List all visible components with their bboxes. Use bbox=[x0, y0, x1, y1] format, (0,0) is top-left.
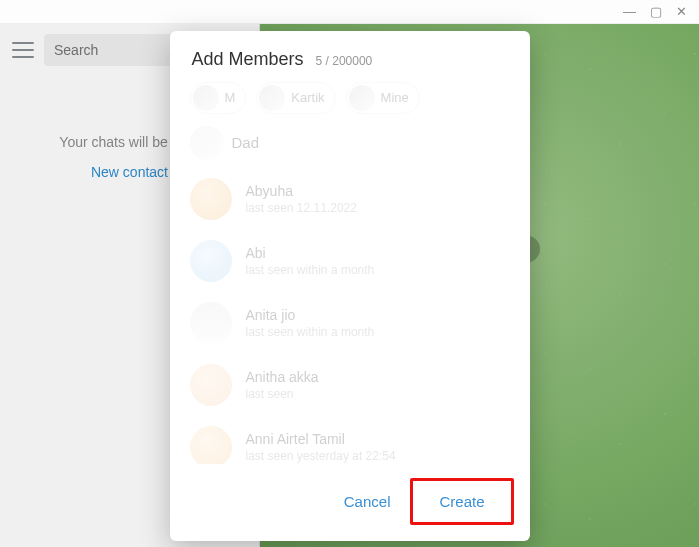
titlebar: — ▢ ✕ bbox=[0, 0, 699, 24]
avatar bbox=[190, 240, 232, 282]
list-item[interactable]: Anitha akkalast seen bbox=[170, 354, 524, 416]
member-filter-row bbox=[170, 122, 530, 166]
list-item[interactable]: Abilast seen within a month bbox=[170, 230, 524, 292]
contact-name: Abyuha bbox=[246, 183, 357, 199]
avatar bbox=[190, 426, 232, 464]
avatar bbox=[190, 364, 232, 406]
avatar bbox=[190, 178, 232, 220]
avatar bbox=[190, 126, 224, 160]
avatar bbox=[190, 302, 232, 344]
create-button[interactable]: Create bbox=[423, 485, 500, 518]
chip-label: M bbox=[225, 90, 236, 105]
contact-status: last seen 12.11.2022 bbox=[246, 201, 357, 215]
modal-title: Add Members bbox=[192, 49, 304, 70]
chip-label: Mine bbox=[381, 90, 409, 105]
member-counter: 5 / 200000 bbox=[316, 54, 373, 68]
contact-name: Abi bbox=[246, 245, 375, 261]
contact-status: last seen within a month bbox=[246, 325, 375, 339]
member-chip[interactable]: Kartik bbox=[256, 82, 335, 114]
member-filter-input[interactable] bbox=[232, 134, 352, 151]
avatar bbox=[259, 85, 285, 111]
chip-label: Kartik bbox=[291, 90, 324, 105]
contact-name: Anni Airtel Tamil bbox=[246, 431, 396, 447]
add-members-modal: Add Members 5 / 200000 M Kartik Mine Aby… bbox=[170, 31, 530, 541]
close-button[interactable]: ✕ bbox=[676, 5, 687, 18]
selected-members: M Kartik Mine bbox=[170, 78, 530, 122]
list-item[interactable]: Anni Airtel Tamillast seen yesterday at … bbox=[170, 416, 524, 464]
minimize-button[interactable]: — bbox=[623, 5, 636, 18]
list-item[interactable]: Anita jiolast seen within a month bbox=[170, 292, 524, 354]
member-chip[interactable]: M bbox=[190, 82, 247, 114]
list-item[interactable]: Abyuhalast seen 12.11.2022 bbox=[170, 168, 524, 230]
avatar bbox=[193, 85, 219, 111]
avatar bbox=[349, 85, 375, 111]
instructional-highlight: Create bbox=[410, 478, 513, 525]
modal-footer: Cancel Create bbox=[170, 464, 530, 541]
cancel-button[interactable]: Cancel bbox=[328, 478, 407, 525]
contact-status: last seen bbox=[246, 387, 319, 401]
contact-status: last seen yesterday at 22:54 bbox=[246, 449, 396, 463]
maximize-button[interactable]: ▢ bbox=[650, 5, 662, 18]
contact-status: last seen within a month bbox=[246, 263, 375, 277]
contact-name: Anita jio bbox=[246, 307, 375, 323]
contact-name: Anitha akka bbox=[246, 369, 319, 385]
member-chip[interactable]: Mine bbox=[346, 82, 420, 114]
contact-list[interactable]: Abyuhalast seen 12.11.2022 Abilast seen … bbox=[170, 166, 524, 464]
